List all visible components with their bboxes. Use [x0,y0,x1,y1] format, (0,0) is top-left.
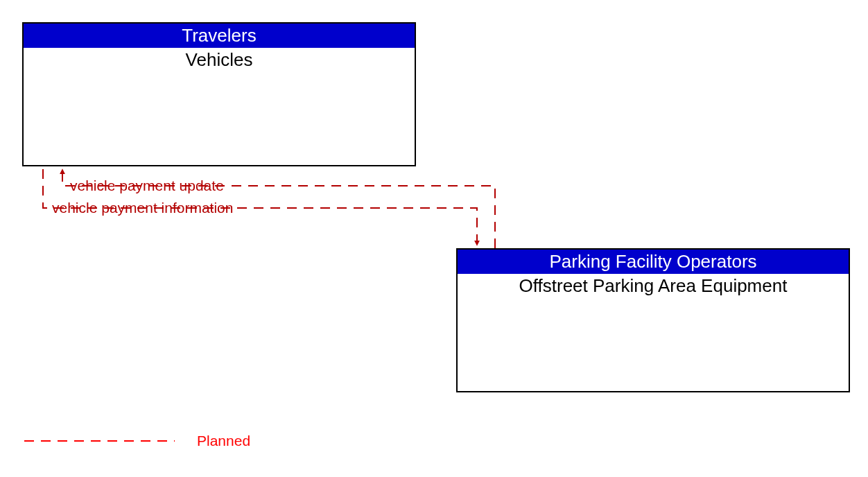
entity-parking-header: Parking Facility Operators [458,250,849,274]
flow-label-to-parking: vehicle payment information [52,200,233,216]
flow-label-to-vehicles: vehicle payment update [70,177,224,194]
legend-planned-label: Planned [197,433,250,449]
entity-travelers: Travelers Vehicles [22,22,416,166]
entity-travelers-body: Vehicles [24,48,415,72]
entity-parking: Parking Facility Operators Offstreet Par… [456,248,850,392]
entity-travelers-header: Travelers [24,24,415,48]
entity-parking-body: Offstreet Parking Area Equipment [458,274,849,298]
